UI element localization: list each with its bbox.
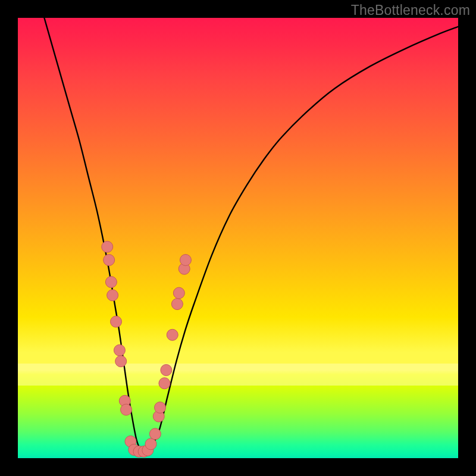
highlight-marker-dot <box>115 356 127 367</box>
highlight-marker-dot <box>111 316 122 327</box>
highlight-marker-dot <box>105 277 117 288</box>
highlight-marker-dot <box>104 255 115 266</box>
watermark-text: TheBottleneck.com <box>351 2 470 18</box>
chart-svg <box>18 18 458 458</box>
highlight-marker-dot <box>121 404 132 415</box>
highlight-marker-dot <box>114 345 125 356</box>
highlight-marker-dot <box>180 255 191 266</box>
highlight-marker-dot <box>159 378 170 389</box>
chart-plot-area <box>18 18 458 458</box>
highlight-marker-dot <box>173 287 184 299</box>
bottleneck-curve <box>44 18 458 452</box>
highlight-marker-dot <box>107 290 118 301</box>
highlight-marker-dot <box>155 402 166 413</box>
highlight-marker-dot <box>102 241 113 252</box>
highlight-marker-dot <box>149 428 161 440</box>
highlight-markers-group <box>102 241 192 457</box>
highlight-marker-dot <box>171 299 183 310</box>
highlight-marker-dot <box>161 365 172 376</box>
highlight-marker-dot <box>145 439 156 450</box>
highlight-marker-dot <box>167 329 178 340</box>
